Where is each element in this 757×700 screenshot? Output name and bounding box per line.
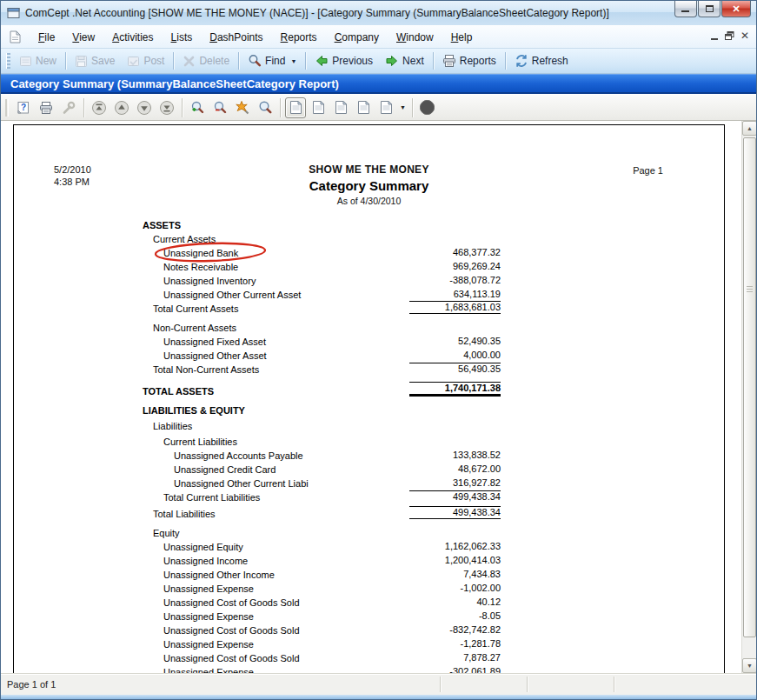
menu-dashpoints[interactable]: DashPoints — [201, 28, 271, 47]
mdi-minimize-button[interactable] — [711, 32, 719, 40]
menu-activities[interactable]: Activities — [103, 28, 162, 47]
report-row: ASSETS — [143, 217, 501, 230]
close-button[interactable]: ✕ — [721, 1, 751, 17]
report-toolbar-separator — [280, 98, 281, 117]
report-row: Unassigned Accounts Payable133,838.52 — [143, 447, 501, 461]
page-view-dropdown[interactable]: ▼ — [400, 104, 406, 110]
report-row-label: Unassigned Income — [143, 556, 409, 566]
report-row-label: Unassigned Cost of Goods Sold — [143, 653, 409, 663]
report-row-label: Total Non-Current Assets — [143, 364, 409, 375]
menu-file[interactable]: File — [30, 28, 63, 47]
report-row: Current Assets — [143, 230, 501, 244]
maximize-button[interactable] — [698, 1, 720, 17]
refresh-icon — [515, 54, 528, 68]
page-view-2-icon[interactable] — [308, 97, 329, 118]
scrollbar-thumb[interactable] — [743, 137, 756, 637]
report-row: Unassigned Other Income7,434.83 — [143, 566, 501, 580]
report-row: Unassigned Cost of Goods Sold40.12 — [143, 594, 501, 608]
report-row: Unassigned Other Current Liabi316,927.82 — [143, 475, 501, 489]
report-row-label: Unassigned Cost of Goods Sold — [143, 597, 409, 608]
report-row-value: 1,740,171.38 — [409, 382, 501, 397]
menu-window[interactable]: Window — [388, 28, 442, 47]
report-row-label: Unassigned Cost of Goods Sold — [143, 625, 409, 636]
report-row-value: 969,269.24 — [409, 261, 501, 272]
report-row-label: Total Current Liabilities — [143, 492, 409, 503]
reports-button[interactable]: Reports — [436, 51, 502, 70]
magnifier-icon[interactable] — [255, 97, 276, 118]
find-button[interactable]: Find▼ — [242, 51, 302, 70]
report-row: Total Current Liabilities499,438.34 — [143, 489, 501, 503]
page-view-5-icon[interactable] — [375, 97, 396, 118]
report-row-value: 7,434.83 — [409, 569, 501, 580]
report-caption-text: Category Summary (SummaryBalanceSheetCat… — [10, 77, 339, 90]
report-row-label: Unassigned Equity — [143, 542, 409, 552]
menu-view[interactable]: View — [63, 28, 103, 47]
toolbar-button-label: Next — [402, 55, 424, 67]
report-row-label: Unassigned Accounts Payable — [143, 450, 409, 461]
report-page: 5/2/2010 4:38 PM SHOW ME THE MONEY Categ… — [13, 124, 725, 673]
zoom-in-icon[interactable] — [187, 97, 208, 118]
report-row: Unassigned Inventory-388,078.72 — [143, 272, 501, 286]
report-row-label: Unassigned Other Asset — [143, 350, 409, 361]
report-row-value: 1,683,681.03 — [409, 301, 501, 314]
application-window: ComCept .Net Accounting [SHOW ME THE MON… — [0, 0, 757, 700]
report-row: Unassigned Expense-302,061.89 — [143, 663, 501, 673]
zoom-out-icon[interactable] — [209, 97, 230, 118]
report-row-label: Unassigned Other Current Asset — [143, 290, 409, 300]
toolbar-button-label: New — [36, 55, 56, 67]
report-row-value: -1,002.00 — [409, 583, 501, 594]
status-page-text: Page 1 of 1 — [7, 679, 56, 690]
report-row-value — [409, 430, 501, 431]
previous-button[interactable]: Previous — [309, 51, 379, 70]
report-row: TOTAL ASSETS1,740,171.38 — [143, 383, 501, 397]
help-icon[interactable]: ? — [13, 97, 34, 118]
vertical-scrollbar[interactable]: ▲ ▼ — [741, 121, 756, 673]
report-row: Total Current Assets1,683,681.03 — [143, 300, 501, 314]
page-view-4-icon[interactable] — [353, 97, 374, 118]
page-view-3-icon[interactable] — [330, 97, 351, 118]
report-row: LIABILITIES & EQUITY — [143, 402, 501, 416]
minimize-button[interactable] — [674, 1, 697, 17]
save-button: Save — [69, 52, 121, 70]
first-page-icon[interactable] — [89, 97, 110, 118]
single-page-view-icon[interactable] — [285, 97, 306, 118]
report-row: Unassigned Other Asset4,000.00 — [143, 347, 501, 361]
report-row-value: 52,490.35 — [409, 336, 501, 347]
status-bar: Page 1 of 1 — [1, 673, 756, 695]
zoom-wizard-icon[interactable] — [232, 97, 253, 118]
scroll-down-button[interactable]: ▼ — [742, 658, 756, 673]
reports-icon — [442, 54, 456, 68]
next-page-icon[interactable] — [134, 97, 155, 118]
report-row-value: 40.12 — [409, 597, 501, 608]
report-row: Unassigned Fixed Asset52,490.35 — [143, 333, 501, 347]
report-row-value: 1,200,414.03 — [409, 555, 501, 566]
last-page-icon[interactable] — [156, 97, 177, 118]
refresh-button[interactable]: Refresh — [508, 51, 574, 70]
mdi-close-button[interactable]: ✕ — [740, 30, 749, 41]
report-row-value: 634,113.19 — [409, 289, 501, 300]
report-toolbar-grip[interactable] — [5, 99, 9, 117]
next-button[interactable]: Next — [379, 51, 430, 70]
toolbar-grip[interactable] — [6, 53, 10, 69]
new-button: New — [13, 52, 63, 70]
menu-lists[interactable]: Lists — [163, 28, 202, 47]
print-icon[interactable] — [36, 97, 56, 118]
toolbar-button-label: Previous — [332, 55, 373, 67]
menu-company[interactable]: Company — [326, 28, 388, 47]
report-row: Equity — [143, 524, 501, 538]
report-row-label: Current Liabilities — [143, 437, 409, 447]
report-row-value: -8.05 — [409, 610, 501, 622]
report-row-value: 499,438.34 — [409, 490, 501, 503]
stop-icon[interactable] — [417, 97, 438, 118]
previous-page-icon[interactable] — [111, 97, 132, 118]
dropdown-caret-icon[interactable]: ▼ — [290, 58, 296, 64]
report-row-value: 316,927.82 — [409, 477, 501, 489]
report-row-label: Current Assets — [143, 234, 409, 244]
delete-button: Delete — [176, 52, 236, 70]
report-row: Unassigned Credit Card48,672.00 — [143, 461, 501, 475]
menu-reports[interactable]: Reports — [272, 28, 326, 47]
mdi-restore-button[interactable] — [725, 31, 734, 40]
scroll-up-button[interactable]: ▲ — [742, 121, 756, 136]
toolbar-button-label: Post — [143, 55, 164, 67]
menu-help[interactable]: Help — [442, 28, 481, 47]
